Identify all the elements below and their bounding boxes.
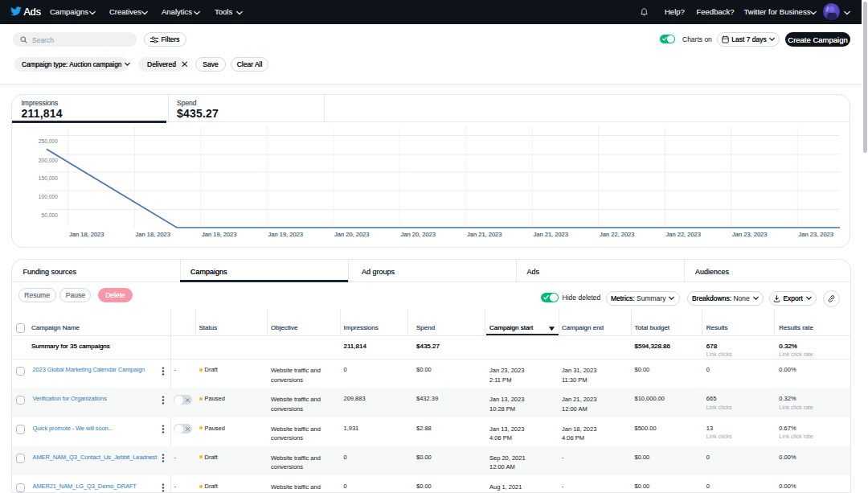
- svg-text:200,000: 200,000: [39, 158, 58, 163]
- svg-text:Jan 20, 2023: Jan 20, 2023: [401, 231, 436, 238]
- svg-text:Jan 23, 2023: Jan 23, 2023: [799, 231, 833, 238]
- svg-text:Jan 22, 2023: Jan 22, 2023: [666, 231, 701, 238]
- svg-text:100,000: 100,000: [39, 194, 58, 199]
- svg-text:Jan 19, 2023: Jan 19, 2023: [268, 231, 303, 238]
- svg-text:Jan 19, 2023: Jan 19, 2023: [202, 231, 236, 238]
- svg-text:Jan 21, 2023: Jan 21, 2023: [467, 231, 502, 238]
- svg-text:250,000: 250,000: [39, 138, 58, 144]
- svg-text:Jan 18, 2023: Jan 18, 2023: [136, 231, 170, 238]
- svg-text:Jan 23, 2023: Jan 23, 2023: [732, 231, 767, 238]
- svg-text:Jan 18, 2023: Jan 18, 2023: [69, 231, 104, 238]
- svg-text:Jan 20, 2023: Jan 20, 2023: [334, 231, 369, 238]
- svg-text:Jan 21, 2023: Jan 21, 2023: [534, 231, 568, 238]
- svg-text:50,000: 50,000: [42, 212, 59, 218]
- svg-text:150,000: 150,000: [39, 175, 58, 181]
- svg-text:Jan 22, 2023: Jan 22, 2023: [600, 231, 634, 238]
